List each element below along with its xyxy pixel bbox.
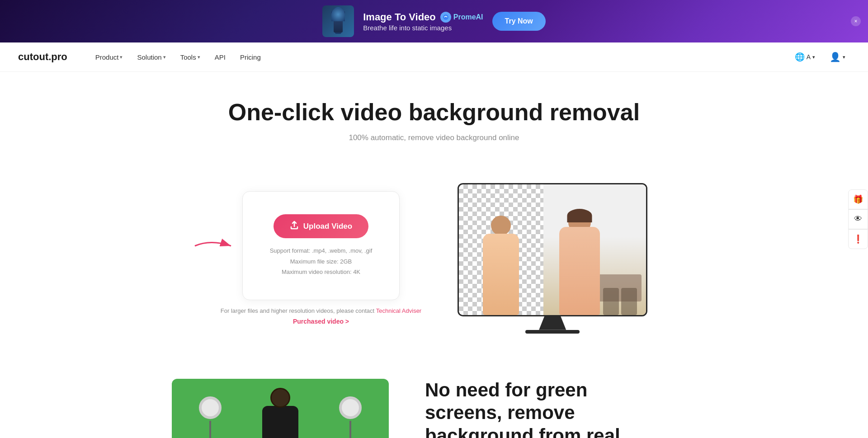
contact-text: For larger files and higher resolution v… <box>221 307 421 314</box>
nav-api-label: API <box>215 53 226 61</box>
green-screen-content <box>172 379 389 438</box>
svg-point-1 <box>333 7 344 20</box>
chevron-down-icon: ▾ <box>812 54 815 60</box>
nav-links: Product ▾ Solution ▾ Tools ▾ API Pricing <box>90 50 790 65</box>
svg-rect-2 <box>331 11 345 15</box>
monitor-preview <box>458 183 647 334</box>
section2-title: No need for green screens, remove backgr… <box>425 379 620 438</box>
promeai-label: PromeAI <box>453 13 483 21</box>
second-section: No need for green screens, remove backgr… <box>118 361 750 438</box>
user-icon: 👤 <box>830 52 841 62</box>
chevron-down-icon: ▾ <box>198 54 200 60</box>
nav-item-tools[interactable]: Tools ▾ <box>175 50 206 65</box>
eye-icon: 👁 <box>854 214 862 224</box>
nav-item-solution[interactable]: Solution ▾ <box>132 50 171 65</box>
monitor-room-side <box>543 184 646 315</box>
language-button[interactable]: 🌐 A ▾ <box>790 49 820 65</box>
monitor-stand <box>539 316 566 330</box>
upload-box: Upload Video Support format: .mp4, .webm… <box>242 191 400 300</box>
ad-subtitle: Breathe life into static images <box>363 24 483 32</box>
chevron-down-icon: ▾ <box>163 54 166 60</box>
sidebar-preview-button[interactable]: 👁 <box>848 209 868 229</box>
nav-item-pricing[interactable]: Pricing <box>235 50 266 65</box>
upload-format-text: Support format: .mp4, .webm, .mov, .gif <box>270 245 373 256</box>
upload-icon <box>290 221 299 232</box>
promeai-badge: PromeAI <box>440 12 483 23</box>
nav-solution-label: Solution <box>137 53 161 61</box>
contact-prefix: For larger files and higher resolution v… <box>221 307 376 314</box>
monitor-frame <box>458 183 647 316</box>
arrow-indicator <box>193 235 238 257</box>
sidebar-alert-button[interactable]: ❗ <box>848 229 868 249</box>
ad-try-button[interactable]: Try Now <box>492 12 546 31</box>
chevron-down-icon: ▾ <box>843 54 845 60</box>
nav-item-product[interactable]: Product ▾ <box>90 50 128 65</box>
nav-tools-label: Tools <box>180 53 196 61</box>
alert-icon: ❗ <box>853 234 863 244</box>
nav-product-label: Product <box>95 53 119 61</box>
chevron-down-icon: ▾ <box>120 54 123 60</box>
section2-text: No need for green screens, remove backgr… <box>425 379 620 438</box>
ad-title-text: Image To Video <box>363 11 436 23</box>
svg-point-3 <box>443 14 448 20</box>
upload-button-label: Upload Video <box>303 222 352 231</box>
hero-subtitle: 100% automatic, remove video background … <box>18 133 850 142</box>
monitor-screen <box>459 184 646 315</box>
upload-resolution-text: Maximum video resolution: 4K <box>270 267 373 277</box>
ad-content: Image To Video PromeAI Breathe life into… <box>322 5 546 37</box>
upload-button[interactable]: Upload Video <box>274 214 368 238</box>
main-content: Upload Video Support format: .mp4, .webm… <box>118 183 750 361</box>
nav-item-api[interactable]: API <box>209 50 231 65</box>
section2-line3: background from real <box>425 425 620 438</box>
right-sidebar: 🎁 👁 ❗ <box>848 189 868 249</box>
navbar: cutout.pro Product ▾ Solution ▾ Tools ▾ … <box>0 42 868 72</box>
contact-link[interactable]: Technical Adviser <box>376 307 421 314</box>
monitor-base <box>525 330 580 334</box>
ad-text-block: Image To Video PromeAI Breathe life into… <box>363 11 483 32</box>
ad-product-image <box>322 5 354 37</box>
upload-size-text: Maximum file size: 2GB <box>270 256 373 267</box>
ad-title: Image To Video PromeAI <box>363 11 483 23</box>
gift-icon: 🎁 <box>853 194 863 204</box>
user-button[interactable]: 👤 ▾ <box>825 49 850 65</box>
upload-info: Support format: .mp4, .webm, .mov, .gif … <box>270 245 373 277</box>
sidebar-gift-button[interactable]: 🎁 <box>848 189 868 209</box>
purchased-video-link[interactable]: Purchased video > <box>293 318 349 325</box>
section2-line2: screens, remove <box>425 402 575 423</box>
section2-line1: No need for green <box>425 379 587 400</box>
hero-title: One-click video background removal <box>18 99 850 126</box>
monitor-transparent-side <box>459 184 543 315</box>
nav-pricing-label: Pricing <box>240 53 261 61</box>
promeai-icon <box>440 12 451 23</box>
nav-right: 🌐 A ▾ 👤 ▾ <box>790 49 850 65</box>
lang-label: A <box>807 53 811 61</box>
ad-banner: Image To Video PromeAI Breathe life into… <box>0 0 868 42</box>
hero-section: One-click video background removal 100% … <box>0 72 868 183</box>
logo[interactable]: cutout.pro <box>18 51 67 63</box>
green-screen-thumbnail <box>172 379 389 438</box>
upload-section: Upload Video Support format: .mp4, .webm… <box>221 191 421 325</box>
svg-rect-0 <box>335 14 341 34</box>
translate-icon: 🌐 <box>795 52 805 62</box>
ad-close-button[interactable]: × <box>851 16 861 26</box>
